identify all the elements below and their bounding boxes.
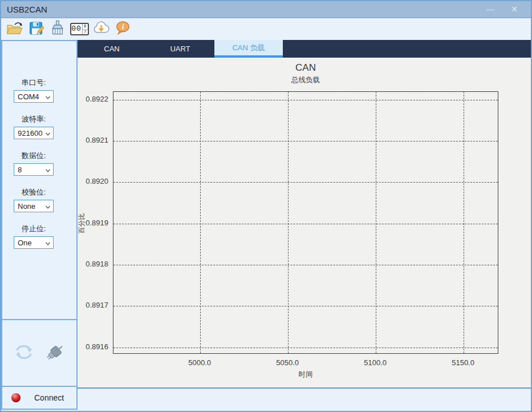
clear-button[interactable] (48, 19, 67, 39)
h-gridline (113, 224, 498, 224)
field-stop-bits: 停止位: One (2, 224, 76, 249)
plot-area (113, 91, 498, 354)
connection-status-indicator (11, 393, 21, 402)
data-bits-label: 数据位: (11, 151, 56, 161)
save-file-button[interactable] (26, 19, 46, 39)
titlebar[interactable]: USB2CAN — ✕ (1, 1, 531, 18)
plug-icon (44, 342, 66, 365)
chevron-down-icon (45, 203, 51, 209)
h-gridline (113, 182, 498, 183)
stop-bits-select[interactable]: One (14, 236, 54, 249)
y-tick-label: 0.8917 (78, 301, 108, 309)
tab-can-load[interactable]: CAN 负载 (214, 40, 283, 58)
x-tick-label: 5050.0 (267, 358, 307, 367)
field-parity: 校验位: None (2, 187, 76, 212)
tab-uart[interactable]: UART (146, 40, 214, 58)
field-data-bits: 数据位: 8 (2, 151, 76, 176)
serial-port-select[interactable]: COM4 (14, 90, 54, 103)
clean-broom-icon (50, 20, 66, 38)
parity-label: 校验位: (11, 187, 56, 197)
app-body: 串口号: COM4 波特率: 921600 (1, 40, 531, 410)
app-window: USB2CAN — ✕ (0, 0, 532, 412)
about-button[interactable]: i (113, 19, 132, 39)
save-icon (28, 21, 44, 38)
connect-label: Connect (34, 393, 64, 402)
x-tick-label: 5000.0 (180, 358, 220, 367)
chart-title: CAN (113, 62, 498, 74)
toolbar: 00 8 7 i (1, 18, 531, 40)
counter-icon: 00 8 7 (70, 23, 89, 35)
baud-rate-select[interactable]: 921600 (14, 127, 54, 139)
baud-rate-label: 波特率: (11, 114, 56, 124)
sidebar: 串口号: COM4 波特率: 921600 (1, 40, 78, 410)
serial-settings-panel: 串口号: COM4 波特率: 921600 (1, 40, 78, 320)
main-content: CAN UART CAN 负载 CAN 总线负载 时间 百分比 0.89220.… (78, 40, 531, 410)
connect-button[interactable]: Connect (1, 386, 78, 410)
status-strip (78, 387, 531, 410)
h-gridline (113, 306, 498, 306)
x-axis-label: 时间 (113, 370, 498, 379)
open-folder-icon (6, 21, 23, 38)
field-serial-port: 串口号: COM4 (2, 78, 76, 103)
plug-button[interactable] (43, 341, 67, 365)
y-tick-label: 0.8918 (78, 260, 108, 268)
chevron-down-icon (45, 167, 51, 172)
y-tick-label: 0.8916 (78, 342, 108, 351)
open-file-button[interactable] (5, 19, 24, 39)
v-gridline (200, 92, 201, 353)
y-tick-label: 0.8920 (78, 177, 108, 185)
info-bubble-icon: i (115, 21, 131, 38)
download-button[interactable] (91, 19, 111, 39)
cloud-download-icon (92, 21, 110, 38)
h-gridline (113, 348, 498, 348)
svg-text:i: i (122, 22, 124, 31)
refresh-icon (13, 342, 35, 365)
h-gridline (113, 141, 498, 142)
y-tick-label: 0.8919 (78, 219, 108, 227)
counter-main-digits: 00 (71, 24, 83, 34)
chart-canvas: CAN 总线负载 时间 百分比 0.89220.89210.89200.8919… (78, 58, 531, 387)
serial-port-label: 串口号: (11, 78, 56, 88)
counter-button[interactable]: 00 8 7 (70, 19, 89, 39)
chevron-down-icon (45, 240, 51, 245)
tab-can[interactable]: CAN (78, 40, 146, 58)
v-gridline (288, 92, 289, 353)
chart-subtitle: 总线负载 (113, 75, 498, 85)
window-title: USB2CAN (7, 5, 47, 14)
counter-small-digits: 8 7 (83, 24, 88, 34)
v-gridline (376, 92, 376, 353)
x-tick-label: 5100.0 (355, 358, 395, 367)
refresh-button[interactable] (12, 341, 36, 365)
window-controls: — ✕ (485, 1, 525, 18)
y-tick-label: 0.8922 (78, 95, 108, 103)
data-bits-select[interactable]: 8 (14, 163, 54, 176)
h-gridline (113, 100, 498, 100)
x-tick-label: 5150.0 (443, 358, 483, 367)
close-button[interactable]: ✕ (509, 1, 519, 18)
stop-bits-label: 停止位: (11, 224, 56, 234)
chevron-down-icon (45, 130, 51, 136)
field-baud-rate: 波特率: 921600 (2, 114, 76, 139)
minimize-button[interactable]: — (485, 1, 496, 18)
v-gridline (464, 92, 464, 353)
y-tick-label: 0.8921 (78, 136, 108, 144)
connection-tools-panel (1, 319, 78, 387)
parity-select[interactable]: None (14, 200, 54, 212)
chevron-down-icon (45, 94, 51, 99)
h-gridline (113, 265, 498, 265)
tabbar: CAN UART CAN 负载 (78, 40, 531, 58)
